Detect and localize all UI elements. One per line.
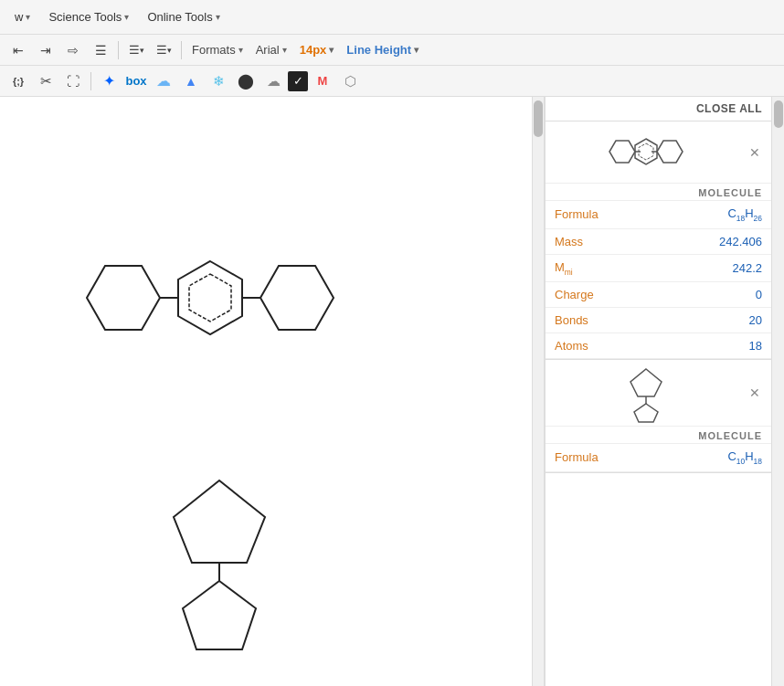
right-panel-scrollbar[interactable] xyxy=(771,97,784,686)
align-left-button[interactable]: ⇤ xyxy=(5,38,31,62)
close-all-bar: CLOSE ALL xyxy=(546,97,771,121)
atoms-value: 18 xyxy=(659,333,771,359)
nav-item-science-tools[interactable]: Science Tools ▾ xyxy=(41,6,136,27)
separator-3 xyxy=(90,72,91,90)
svg-marker-10 xyxy=(639,143,653,160)
molecule-drawing-2 xyxy=(137,471,302,672)
snowflake-icon: ❄ xyxy=(213,73,225,90)
tool-button[interactable]: ✂ xyxy=(33,69,58,93)
svg-marker-0 xyxy=(178,261,242,334)
formula2-key: Formula xyxy=(546,444,667,471)
mol-header-2: ✕ xyxy=(546,360,771,427)
justify-button[interactable]: ☰ xyxy=(88,38,113,62)
nav-label-w: w xyxy=(15,10,23,24)
cloud-button[interactable]: ☁ xyxy=(151,69,176,93)
dropbox-button[interactable]: ✦ xyxy=(96,69,122,93)
toolbar-row-2: {;} ✂ ⛶ ✦ box ☁ ▲ ❄ ⬤ ☁ ✓ M ⬡ xyxy=(0,66,784,97)
right-panel: CLOSE ALL xyxy=(545,97,771,686)
numbered-list-arrow: ▾ xyxy=(167,46,172,55)
drive-button[interactable]: ▲ xyxy=(178,69,204,93)
align-left-icon: ⇤ xyxy=(13,43,24,58)
molecule-drawing-1 xyxy=(27,216,393,435)
table-row: Bonds 20 xyxy=(546,308,771,333)
cloud2-button[interactable]: ☁ xyxy=(260,69,286,93)
align-right-icon: ⇨ xyxy=(68,43,79,58)
font-arrow: ▾ xyxy=(282,45,287,55)
formula2-value: C10H18 xyxy=(667,444,771,471)
bullet-list-button[interactable]: ☰ ▾ xyxy=(123,38,149,62)
checkbox-button[interactable]: ✓ xyxy=(288,71,308,91)
table-row: Mass 242.406 xyxy=(546,228,771,254)
size-dropdown[interactable]: 14px ▾ xyxy=(294,38,340,62)
snowflake-button[interactable]: ❄ xyxy=(206,69,231,93)
brand-red-button[interactable]: M xyxy=(310,69,335,93)
size-arrow: ▾ xyxy=(329,45,334,55)
brand-red-icon: M xyxy=(318,74,328,88)
mass-value: 242.406 xyxy=(659,228,771,254)
main-area: CLOSE ALL xyxy=(0,97,784,686)
nav-arrow-w: ▾ xyxy=(26,12,30,22)
molecule-card-1: ✕ MOLECULE Formula C18H26 Mass 242.406 M… xyxy=(546,121,771,360)
font-label: Arial xyxy=(256,43,280,57)
align-center-icon: ⇥ xyxy=(40,43,51,58)
box-button[interactable]: box xyxy=(123,69,149,93)
mol-table-2: Formula C10H18 xyxy=(546,444,771,472)
hexagon-button[interactable]: ⬡ xyxy=(337,69,363,93)
nav-item-w[interactable]: w ▾ xyxy=(7,6,37,27)
nav-item-online-tools[interactable]: Online Tools ▾ xyxy=(140,6,227,27)
align-right-button[interactable]: ⇨ xyxy=(60,38,86,62)
separator-2 xyxy=(181,41,182,59)
line-height-dropdown[interactable]: Line Height ▾ xyxy=(341,38,424,62)
mol-header-1: ✕ xyxy=(546,121,771,184)
table-row: Mmi 242.2 xyxy=(546,254,771,282)
mol-thumbnail-svg-1 xyxy=(609,127,683,177)
size-label: 14px xyxy=(300,43,327,57)
svg-marker-11 xyxy=(609,141,635,163)
right-panel-scrollbar-thumb[interactable] xyxy=(774,100,783,128)
close-all-button[interactable]: CLOSE ALL xyxy=(696,102,762,115)
bullet-list-arrow: ▾ xyxy=(140,46,144,55)
line-height-label: Line Height xyxy=(346,43,411,57)
font-dropdown[interactable]: Arial ▾ xyxy=(250,38,292,62)
github-button[interactable]: ⬤ xyxy=(233,69,259,93)
charge-key: Charge xyxy=(546,282,659,308)
formats-arrow: ▾ xyxy=(238,45,243,55)
svg-marker-2 xyxy=(87,266,160,330)
canvas-scrollbar[interactable] xyxy=(532,97,545,686)
nav-arrow-science-tools: ▾ xyxy=(124,12,129,22)
charge-value: 0 xyxy=(659,282,771,308)
nav-arrow-online-tools: ▾ xyxy=(216,12,220,22)
github-icon: ⬤ xyxy=(238,72,254,90)
cloud-icon: ☁ xyxy=(156,72,171,90)
mmi-key: Mmi xyxy=(546,254,659,282)
mol-table-1: Formula C18H26 Mass 242.406 Mmi 242.2 Ch… xyxy=(546,201,771,359)
mol-label-2: MOLECULE xyxy=(546,427,771,444)
table-row: Formula C10H18 xyxy=(546,444,771,471)
fullscreen-button[interactable]: ⛶ xyxy=(60,69,86,93)
box-icon: box xyxy=(125,74,146,88)
curly-braces-button[interactable]: {;} xyxy=(5,69,31,93)
table-row: Atoms 18 xyxy=(546,333,771,359)
table-row: Formula C18H26 xyxy=(546,201,771,228)
numbered-list-button[interactable]: ☰ ▾ xyxy=(151,38,176,62)
svg-marker-6 xyxy=(174,480,265,563)
formats-dropdown[interactable]: Formats ▾ xyxy=(186,38,249,62)
svg-marker-15 xyxy=(630,369,662,396)
formula-value: C18H26 xyxy=(659,201,771,228)
bonds-value: 20 xyxy=(659,308,771,333)
mol-close-button-1[interactable]: ✕ xyxy=(746,143,764,162)
mmi-value: 242.2 xyxy=(659,254,771,282)
curly-braces-icon: {;} xyxy=(13,76,24,87)
separator-1 xyxy=(118,41,119,59)
nav-bar: w ▾ Science Tools ▾ Online Tools ▾ xyxy=(0,0,784,35)
molecule-card-2: ✕ MOLECULE Formula C10H18 xyxy=(546,360,771,473)
nav-label-online-tools: Online Tools xyxy=(147,10,212,24)
svg-marker-17 xyxy=(634,404,658,422)
canvas-area[interactable] xyxy=(0,97,532,686)
dropbox-icon: ✦ xyxy=(103,72,115,90)
mol-close-button-2[interactable]: ✕ xyxy=(746,384,764,402)
canvas-scrollbar-thumb[interactable] xyxy=(534,100,543,137)
cloud2-icon: ☁ xyxy=(267,73,281,90)
svg-marker-1 xyxy=(189,274,231,322)
align-center-button[interactable]: ⇥ xyxy=(33,38,58,62)
